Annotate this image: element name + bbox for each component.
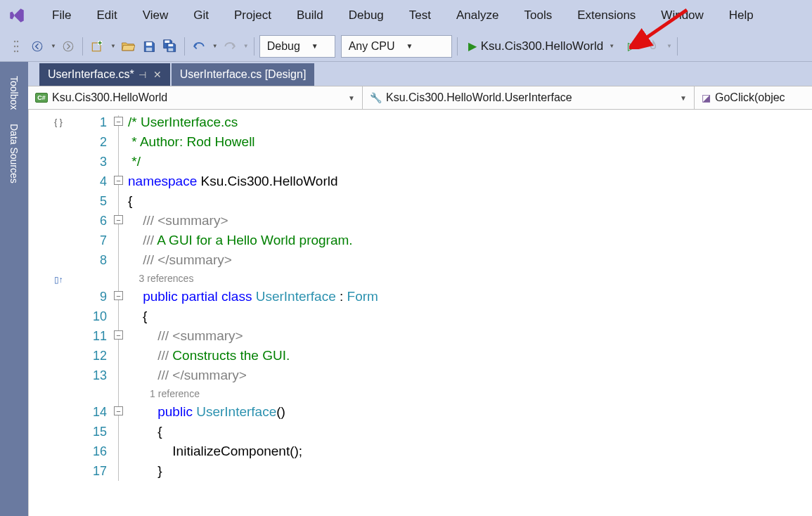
close-icon[interactable]: ✕: [153, 69, 162, 80]
menu-edit[interactable]: Edit: [84, 4, 129, 27]
redo-dropdown-icon[interactable]: ▼: [243, 43, 249, 49]
document-map[interactable]: [28, 110, 41, 516]
code-text[interactable]: /* UserInterface.cs * Author: Rod Howell…: [128, 110, 812, 516]
nav-scope-combo[interactable]: C# Ksu.Cis300.HelloWorld▼: [28, 86, 363, 109]
save-all-button[interactable]: [161, 36, 179, 57]
hot-reload-button[interactable]: [644, 36, 662, 57]
svg-rect-13: [146, 47, 152, 51]
side-tab-well: Toolbox Data Sources: [0, 62, 28, 516]
pin-icon[interactable]: ⊣: [138, 70, 146, 80]
fold-toggle[interactable]: −: [114, 330, 123, 340]
solution-config-combo[interactable]: Debug▼: [259, 35, 335, 58]
menu-file[interactable]: File: [39, 4, 84, 27]
svg-point-4: [14, 45, 15, 46]
menu-bar: FileEditViewGitProjectBuildDebugTestAnal…: [0, 0, 812, 31]
nav-back-button[interactable]: [28, 36, 46, 57]
toolbar: ▼ ▼ ▼ ▼ Debug▼ Any CPU▼ ▶Ksu.Cis300.Hell…: [0, 31, 812, 62]
nav-forward-button[interactable]: [59, 36, 77, 57]
menu-tools[interactable]: Tools: [512, 4, 565, 27]
tab-userinterface-cs[interactable]: UserInterface.cs* ⊣ ✕: [39, 63, 170, 86]
nav-back-dropdown-icon[interactable]: ▼: [51, 43, 56, 49]
menu-build[interactable]: Build: [284, 4, 336, 27]
redo-button[interactable]: [221, 36, 239, 57]
code-editor[interactable]: { } ▯↑ 1234567891011121314151617 −−−−−− …: [28, 110, 812, 516]
undo-dropdown-icon[interactable]: ▼: [212, 43, 218, 49]
fold-toggle[interactable]: −: [114, 117, 123, 126]
outlining-margin: −−−−−−: [112, 110, 128, 516]
fold-toggle[interactable]: −: [114, 406, 123, 415]
svg-rect-16: [168, 48, 173, 51]
vs-logo-icon: [7, 6, 27, 25]
menu-test[interactable]: Test: [397, 4, 444, 27]
open-button[interactable]: [119, 36, 137, 57]
nav-member-combo[interactable]: ◪ GoClick(objec: [695, 86, 812, 109]
drag-handle-icon[interactable]: [7, 36, 25, 57]
menu-analyze[interactable]: Analyze: [444, 4, 511, 27]
play-outline-icon: ▷: [628, 39, 636, 53]
fold-toggle[interactable]: −: [114, 291, 123, 300]
line-number-margin: 1234567891011121314151617: [76, 110, 112, 516]
nav-class-combo[interactable]: 🔧 Ksu.Cis300.HelloWorld.UserInterface▼: [363, 86, 695, 109]
menu-git[interactable]: Git: [181, 4, 221, 27]
play-icon: ▶: [468, 39, 477, 53]
svg-point-5: [17, 45, 18, 46]
brace-indicator-icon: { }: [41, 112, 76, 132]
start-without-debug-button[interactable]: ▷: [623, 36, 641, 57]
fold-toggle[interactable]: −: [114, 215, 123, 224]
save-button[interactable]: [140, 36, 158, 57]
svg-point-6: [14, 50, 15, 51]
codelens-reference[interactable]: 1 reference: [128, 385, 812, 402]
side-tab-data-sources[interactable]: Data Sources: [6, 117, 22, 191]
side-tab-toolbox[interactable]: Toolbox: [6, 69, 22, 117]
svg-point-7: [17, 50, 18, 51]
new-item-button[interactable]: [88, 36, 106, 57]
menu-project[interactable]: Project: [221, 4, 284, 27]
svg-rect-12: [146, 42, 152, 46]
indicator-margin: { } ▯↑: [41, 110, 76, 516]
svg-rect-14: [165, 40, 169, 42]
document-tab-strip: UserInterface.cs* ⊣ ✕ UserInterface.cs […: [28, 62, 812, 86]
method-cube-icon: ◪: [702, 92, 711, 103]
wrench-icon: 🔧: [370, 92, 382, 103]
svg-point-2: [14, 40, 15, 41]
undo-button[interactable]: [190, 36, 208, 57]
tab-userinterface-design[interactable]: UserInterface.cs [Design]: [172, 63, 315, 86]
new-item-dropdown-icon[interactable]: ▼: [110, 43, 116, 49]
tab-label: UserInterface.cs [Design]: [180, 68, 307, 81]
menu-help[interactable]: Help: [716, 4, 766, 27]
start-debug-button[interactable]: ▶Ksu.Cis300.HelloWorld▼: [463, 35, 620, 58]
codelens-reference[interactable]: 3 references: [128, 270, 812, 287]
menu-debug[interactable]: Debug: [336, 4, 397, 27]
svg-rect-15: [168, 44, 173, 46]
navigation-bar: C# Ksu.Cis300.HelloWorld▼ 🔧 Ksu.Cis300.H…: [28, 86, 812, 110]
csharp-badge-icon: C#: [35, 93, 48, 103]
fold-toggle[interactable]: −: [114, 176, 123, 185]
svg-point-8: [32, 41, 42, 51]
menu-window[interactable]: Window: [648, 4, 716, 27]
hot-reload-dropdown-icon[interactable]: ▼: [666, 43, 672, 49]
solution-platform-combo[interactable]: Any CPU▼: [341, 35, 452, 58]
implement-indicator-icon[interactable]: ▯↑: [41, 270, 76, 290]
tab-label: UserInterface.cs*: [48, 68, 134, 81]
svg-point-3: [17, 40, 18, 41]
menu-extensions[interactable]: Extensions: [565, 4, 648, 27]
svg-point-9: [63, 41, 73, 51]
menu-view[interactable]: View: [130, 4, 181, 27]
